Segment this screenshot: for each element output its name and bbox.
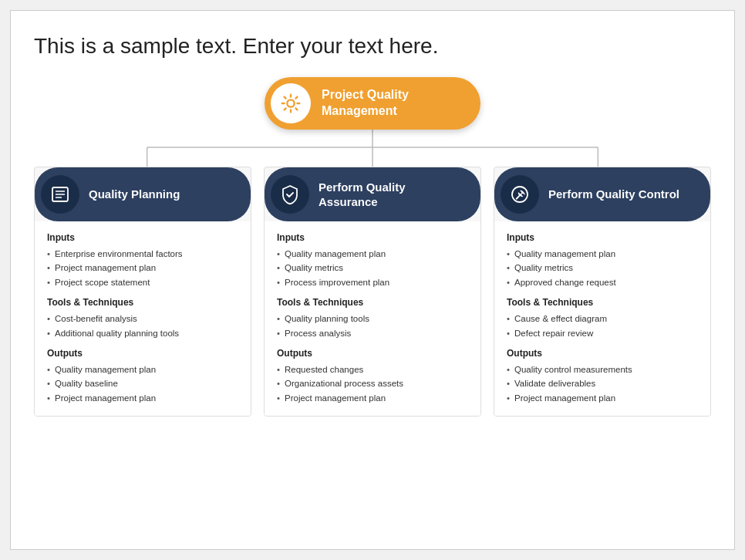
list-item: Quality planning tools — [277, 312, 468, 326]
list-item: Quality management plan — [277, 247, 468, 261]
top-node: Project Quality Management — [265, 77, 480, 130]
top-node-icon — [271, 83, 311, 123]
col-body-quality-control: Inputs Quality management plan Quality m… — [494, 221, 710, 416]
list-item: Project scope statement — [47, 275, 238, 289]
slide-title: This is a sample text. Enter your text h… — [34, 34, 711, 59]
list-item: Approved change request — [507, 275, 698, 289]
col-title-quality-control: Perform Quality Control — [548, 187, 679, 202]
outputs-list-1: Quality management plan Quality baseline… — [47, 363, 238, 405]
col-icon-list — [41, 175, 79, 214]
section-tools-label-3: Tools & Techniques — [507, 297, 698, 308]
list-item: Quality management plan — [47, 363, 238, 376]
inputs-list-3: Quality management plan Quality metrics … — [507, 247, 698, 289]
col-body-quality-planning: Inputs Enterprise environmental factors … — [35, 221, 251, 416]
list-item: Project management plan — [507, 391, 698, 405]
tools-list-2: Quality planning tools Process analysis — [277, 312, 468, 340]
list-item: Validate deliverables — [507, 376, 698, 390]
list-item: Defect repair review — [507, 326, 698, 340]
col-title-quality-planning: Quality Planning — [89, 187, 180, 202]
section-outputs-label-2: Outputs — [277, 348, 468, 359]
tools-list-1: Cost-benefit analysis Additional quality… — [47, 312, 238, 340]
outputs-list-3: Quality control measurements Validate de… — [507, 363, 698, 405]
inputs-list-1: Enterprise environmental factors Project… — [47, 247, 238, 289]
outputs-list-2: Requested changes Organizational process… — [277, 363, 468, 405]
column-quality-control: Perform Quality Control Inputs Quality m… — [494, 167, 711, 417]
col-header-quality-planning: Quality Planning — [35, 167, 251, 221]
inputs-list-2: Quality management plan Quality metrics … — [277, 247, 468, 289]
list-item: Quality metrics — [507, 261, 698, 275]
list-item: Requested changes — [277, 363, 468, 376]
connector-lines — [34, 128, 711, 167]
list-item: Organizational process assets — [277, 376, 468, 390]
columns-container: Quality Planning Inputs Enterprise envir… — [34, 167, 711, 417]
list-item: Quality control measurements — [507, 363, 698, 376]
svg-point-0 — [287, 100, 294, 106]
list-item: Project management plan — [277, 391, 468, 405]
list-item: Enterprise environmental factors — [47, 247, 238, 261]
section-outputs-label-1: Outputs — [47, 348, 238, 359]
section-inputs-label-1: Inputs — [47, 232, 238, 243]
section-inputs-label-3: Inputs — [507, 232, 698, 243]
column-quality-planning: Quality Planning Inputs Enterprise envir… — [34, 167, 251, 417]
slide: This is a sample text. Enter your text h… — [10, 10, 735, 550]
list-item: Quality baseline — [47, 376, 238, 390]
section-tools-label-2: Tools & Techniques — [277, 297, 468, 308]
list-item: Cause & effect diagram — [507, 312, 698, 326]
list-item: Quality management plan — [507, 247, 698, 261]
column-quality-assurance: Perform Quality Assurance Inputs Quality… — [264, 167, 481, 417]
col-icon-wrench — [501, 175, 539, 214]
diagram: Project Quality Management — [34, 77, 711, 417]
list-item: Quality metrics — [277, 261, 468, 275]
list-item: Process analysis — [277, 326, 468, 340]
section-outputs-label-3: Outputs — [507, 348, 698, 359]
section-inputs-label-2: Inputs — [277, 232, 468, 243]
col-header-quality-control: Perform Quality Control — [494, 167, 710, 221]
list-item: Additional quality planning tools — [47, 326, 238, 340]
tools-list-3: Cause & effect diagram Defect repair rev… — [507, 312, 698, 340]
list-item: Cost-benefit analysis — [47, 312, 238, 326]
col-title-quality-assurance: Perform Quality Assurance — [319, 180, 465, 210]
list-item: Project management plan — [47, 261, 238, 275]
section-tools-label-1: Tools & Techniques — [47, 297, 238, 308]
top-node-label: Project Quality Management — [322, 87, 409, 120]
list-item: Project management plan — [47, 391, 238, 405]
col-body-quality-assurance: Inputs Quality management plan Quality m… — [265, 221, 480, 416]
list-item: Process improvement plan — [277, 275, 468, 289]
col-icon-shield — [271, 175, 309, 214]
col-header-quality-assurance: Perform Quality Assurance — [265, 167, 480, 221]
